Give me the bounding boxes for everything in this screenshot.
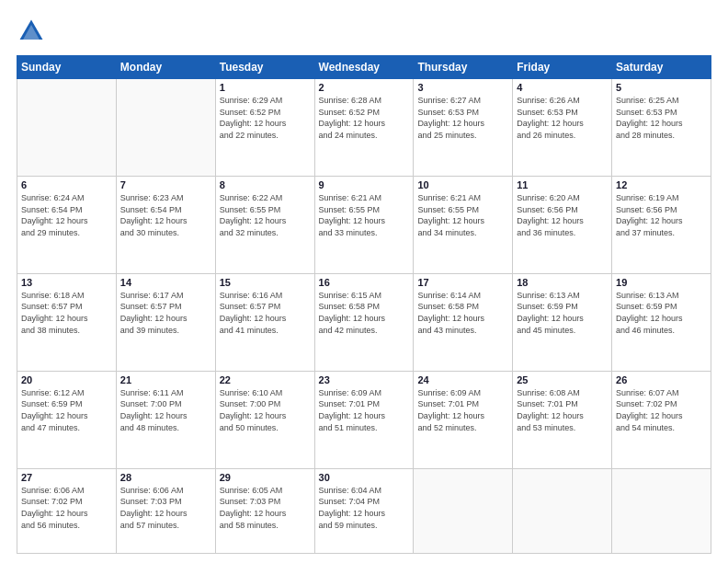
calendar-cell: 12Sunrise: 6:19 AM Sunset: 6:56 PM Dayli… (612, 176, 711, 273)
day-number: 10 (417, 179, 508, 190)
calendar-cell: 16Sunrise: 6:15 AM Sunset: 6:58 PM Dayli… (314, 273, 414, 371)
day-info: Sunrise: 6:12 AM Sunset: 6:59 PM Dayligh… (21, 387, 112, 433)
day-number: 13 (21, 277, 112, 288)
day-number: 1 (220, 82, 311, 93)
day-number: 29 (220, 472, 311, 483)
calendar-cell (116, 79, 215, 177)
day-number: 15 (220, 277, 311, 288)
day-number: 23 (319, 374, 410, 385)
calendar-cell: 18Sunrise: 6:13 AM Sunset: 6:59 PM Dayli… (513, 273, 612, 371)
calendar-cell: 13Sunrise: 6:18 AM Sunset: 6:57 PM Dayli… (17, 273, 117, 371)
day-number: 17 (417, 277, 508, 288)
calendar-cell: 11Sunrise: 6:20 AM Sunset: 6:56 PM Dayli… (513, 176, 612, 273)
day-info: Sunrise: 6:29 AM Sunset: 6:52 PM Dayligh… (220, 95, 311, 141)
day-number: 4 (517, 82, 608, 93)
day-info: Sunrise: 6:13 AM Sunset: 6:59 PM Dayligh… (616, 290, 707, 336)
day-number: 6 (21, 179, 112, 190)
day-number: 21 (120, 374, 211, 385)
calendar-cell: 8Sunrise: 6:22 AM Sunset: 6:55 PM Daylig… (215, 176, 314, 273)
day-info: Sunrise: 6:06 AM Sunset: 7:02 PM Dayligh… (21, 485, 112, 531)
calendar-cell: 23Sunrise: 6:09 AM Sunset: 7:01 PM Dayli… (314, 371, 414, 468)
day-info: Sunrise: 6:17 AM Sunset: 6:57 PM Dayligh… (120, 290, 211, 336)
calendar-day-header: Sunday (17, 56, 117, 79)
calendar-cell: 9Sunrise: 6:21 AM Sunset: 6:55 PM Daylig… (314, 176, 414, 273)
calendar-week-row: 13Sunrise: 6:18 AM Sunset: 6:57 PM Dayli… (17, 273, 711, 371)
calendar-cell: 5Sunrise: 6:25 AM Sunset: 6:53 PM Daylig… (612, 79, 711, 177)
day-number: 9 (319, 179, 410, 190)
calendar-cell: 22Sunrise: 6:10 AM Sunset: 7:00 PM Dayli… (215, 371, 314, 468)
calendar-cell: 4Sunrise: 6:26 AM Sunset: 6:53 PM Daylig… (513, 79, 612, 177)
day-info: Sunrise: 6:11 AM Sunset: 7:00 PM Dayligh… (120, 387, 211, 433)
day-info: Sunrise: 6:06 AM Sunset: 7:03 PM Dayligh… (120, 485, 211, 531)
calendar-cell: 19Sunrise: 6:13 AM Sunset: 6:59 PM Dayli… (612, 273, 711, 371)
calendar-header-row: SundayMondayTuesdayWednesdayThursdayFrid… (17, 56, 711, 79)
day-number: 2 (319, 82, 410, 93)
calendar-cell: 27Sunrise: 6:06 AM Sunset: 7:02 PM Dayli… (17, 468, 117, 553)
day-number: 7 (120, 179, 211, 190)
calendar-day-header: Friday (513, 56, 612, 79)
day-number: 16 (319, 277, 410, 288)
calendar-week-row: 20Sunrise: 6:12 AM Sunset: 6:59 PM Dayli… (17, 371, 711, 468)
day-number: 14 (120, 277, 211, 288)
day-info: Sunrise: 6:15 AM Sunset: 6:58 PM Dayligh… (319, 290, 410, 336)
calendar-cell: 30Sunrise: 6:04 AM Sunset: 7:04 PM Dayli… (314, 468, 414, 553)
calendar-cell: 1Sunrise: 6:29 AM Sunset: 6:52 PM Daylig… (215, 79, 314, 177)
day-number: 28 (120, 472, 211, 483)
day-info: Sunrise: 6:26 AM Sunset: 6:53 PM Dayligh… (517, 95, 608, 141)
calendar-day-header: Saturday (612, 56, 711, 79)
calendar-cell: 25Sunrise: 6:08 AM Sunset: 7:01 PM Dayli… (513, 371, 612, 468)
day-number: 25 (517, 374, 608, 385)
calendar-cell: 7Sunrise: 6:23 AM Sunset: 6:54 PM Daylig… (116, 176, 215, 273)
calendar-cell: 26Sunrise: 6:07 AM Sunset: 7:02 PM Dayli… (612, 371, 711, 468)
calendar-cell (612, 468, 711, 553)
day-info: Sunrise: 6:20 AM Sunset: 6:56 PM Dayligh… (517, 192, 608, 238)
logo (17, 17, 50, 46)
calendar-cell: 28Sunrise: 6:06 AM Sunset: 7:03 PM Dayli… (116, 468, 215, 553)
day-number: 12 (616, 179, 707, 190)
day-number: 3 (417, 82, 508, 93)
day-number: 11 (517, 179, 608, 190)
calendar-cell: 29Sunrise: 6:05 AM Sunset: 7:03 PM Dayli… (215, 468, 314, 553)
day-info: Sunrise: 6:21 AM Sunset: 6:55 PM Dayligh… (319, 192, 410, 238)
day-info: Sunrise: 6:28 AM Sunset: 6:52 PM Dayligh… (319, 95, 410, 141)
calendar-cell (513, 468, 612, 553)
day-info: Sunrise: 6:18 AM Sunset: 6:57 PM Dayligh… (21, 290, 112, 336)
calendar-cell: 3Sunrise: 6:27 AM Sunset: 6:53 PM Daylig… (414, 79, 513, 177)
day-number: 19 (616, 277, 707, 288)
calendar-day-header: Tuesday (215, 56, 314, 79)
calendar-cell: 20Sunrise: 6:12 AM Sunset: 6:59 PM Dayli… (17, 371, 117, 468)
calendar-cell (17, 79, 117, 177)
calendar-week-row: 27Sunrise: 6:06 AM Sunset: 7:02 PM Dayli… (17, 468, 711, 553)
calendar-week-row: 6Sunrise: 6:24 AM Sunset: 6:54 PM Daylig… (17, 176, 711, 273)
calendar-day-header: Wednesday (314, 56, 414, 79)
logo-icon (17, 17, 46, 46)
header (17, 17, 711, 46)
day-info: Sunrise: 6:22 AM Sunset: 6:55 PM Dayligh… (220, 192, 311, 238)
calendar-cell: 6Sunrise: 6:24 AM Sunset: 6:54 PM Daylig… (17, 176, 117, 273)
page: SundayMondayTuesdayWednesdayThursdayFrid… (0, 0, 728, 563)
day-number: 18 (517, 277, 608, 288)
day-number: 22 (220, 374, 311, 385)
calendar-day-header: Thursday (414, 56, 513, 79)
calendar-cell: 17Sunrise: 6:14 AM Sunset: 6:58 PM Dayli… (414, 273, 513, 371)
calendar-cell: 14Sunrise: 6:17 AM Sunset: 6:57 PM Dayli… (116, 273, 215, 371)
calendar-cell: 2Sunrise: 6:28 AM Sunset: 6:52 PM Daylig… (314, 79, 414, 177)
day-info: Sunrise: 6:09 AM Sunset: 7:01 PM Dayligh… (417, 387, 508, 433)
day-info: Sunrise: 6:19 AM Sunset: 6:56 PM Dayligh… (616, 192, 707, 238)
calendar-cell: 15Sunrise: 6:16 AM Sunset: 6:57 PM Dayli… (215, 273, 314, 371)
calendar-day-header: Monday (116, 56, 215, 79)
calendar-table: SundayMondayTuesdayWednesdayThursdayFrid… (17, 55, 711, 554)
day-info: Sunrise: 6:27 AM Sunset: 6:53 PM Dayligh… (417, 95, 508, 141)
day-number: 27 (21, 472, 112, 483)
day-info: Sunrise: 6:24 AM Sunset: 6:54 PM Dayligh… (21, 192, 112, 238)
calendar-week-row: 1Sunrise: 6:29 AM Sunset: 6:52 PM Daylig… (17, 79, 711, 177)
day-info: Sunrise: 6:05 AM Sunset: 7:03 PM Dayligh… (220, 485, 311, 531)
day-number: 20 (21, 374, 112, 385)
calendar-cell (414, 468, 513, 553)
day-info: Sunrise: 6:23 AM Sunset: 6:54 PM Dayligh… (120, 192, 211, 238)
day-number: 26 (616, 374, 707, 385)
day-info: Sunrise: 6:21 AM Sunset: 6:55 PM Dayligh… (417, 192, 508, 238)
day-info: Sunrise: 6:13 AM Sunset: 6:59 PM Dayligh… (517, 290, 608, 336)
day-info: Sunrise: 6:25 AM Sunset: 6:53 PM Dayligh… (616, 95, 707, 141)
day-info: Sunrise: 6:16 AM Sunset: 6:57 PM Dayligh… (220, 290, 311, 336)
